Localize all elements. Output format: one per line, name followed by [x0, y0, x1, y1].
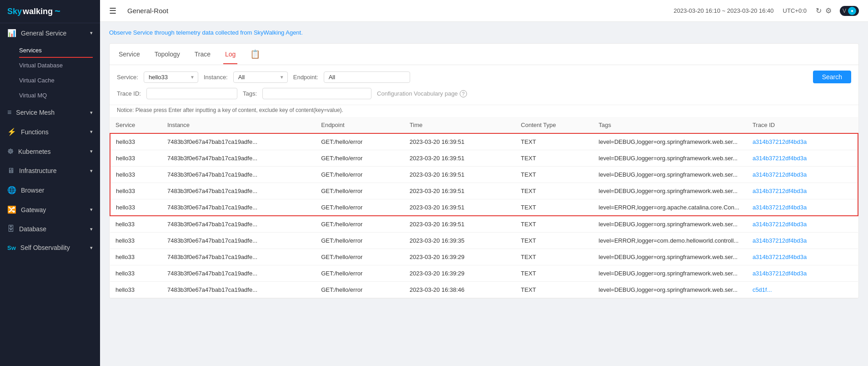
notice-text: Notice: Please press Enter after inputti… [110, 105, 858, 117]
chevron-right-icon: ▾ [90, 110, 93, 116]
cell-service: hello33 [110, 282, 162, 298]
trace-id-link[interactable]: a314b37212df4bd3a [753, 188, 807, 194]
sidebar-section-gateway: 🔀 Gateway ▾ [0, 200, 100, 219]
cell-content-type: TEXT [516, 216, 593, 233]
sidebar-group-label: Gateway [21, 206, 46, 214]
sidebar-section-infrastructure: 🖥 Infrastructure ▾ [0, 161, 100, 180]
sidebar-group-label: Browser [21, 187, 44, 194]
sidebar-group-label: Functions [21, 128, 49, 136]
cell-trace-id[interactable]: c5d1f... [747, 282, 858, 298]
instance-select[interactable]: All [233, 71, 288, 83]
cell-tags: level=DEBUG,logger=org.springframework.w… [593, 167, 747, 183]
tab-log[interactable]: Log [223, 45, 237, 64]
sidebar-group-kubernetes[interactable]: ☸ Kubernetes ▾ [0, 142, 100, 161]
sidebar-item-virtual-mq[interactable]: Virtual MQ [0, 88, 100, 103]
log-table-container: Service Instance Endpoint Time Content T… [110, 117, 858, 298]
page-title: General-Root [127, 7, 669, 15]
toggle-button[interactable]: V ● [840, 6, 859, 16]
cell-trace-id[interactable]: a314b37212df4bd3a [747, 249, 858, 265]
cell-trace-id[interactable]: a314b37212df4bd3a [747, 167, 858, 183]
sidebar-group-database[interactable]: 🗄 Database ▾ [0, 219, 100, 239]
trace-id-link[interactable]: a314b37212df4bd3a [753, 254, 807, 260]
chevron-right-icon: ▾ [90, 129, 93, 135]
cell-instance: 7483b3f0e67a47bab17ca19adfe... [162, 150, 316, 167]
trace-id-link[interactable]: a314b37212df4bd3a [753, 270, 807, 277]
cell-tags: level=ERROR,logger=com.demo.helloworld.c… [593, 233, 747, 249]
cell-endpoint: GET:/hello/error [316, 265, 404, 282]
cell-trace-id[interactable]: a314b37212df4bd3a [747, 216, 858, 233]
col-time: Time [404, 117, 516, 133]
trace-id-link[interactable]: a314b37212df4bd3a [753, 204, 807, 211]
cell-service: hello33 [110, 199, 162, 216]
cell-content-type: TEXT [516, 199, 593, 216]
cell-endpoint: GET:/hello/error [316, 133, 404, 150]
cell-service: hello33 [110, 249, 162, 265]
table-row: hello337483b3f0e67a47bab17ca19adfe...GET… [110, 133, 858, 150]
cell-time: 2023-03-20 16:39:51 [404, 167, 516, 183]
tabs: Service Topology Trace Log 📋 [110, 44, 858, 65]
infrastructure-icon: 🖥 [7, 167, 15, 175]
cell-endpoint: GET:/hello/error [316, 150, 404, 167]
cell-trace-id[interactable]: a314b37212df4bd3a [747, 233, 858, 249]
sidebar-group-gateway[interactable]: 🔀 Gateway ▾ [0, 200, 100, 219]
refresh-icon[interactable]: ↻ [816, 6, 822, 15]
tab-service[interactable]: Service [117, 45, 142, 64]
trace-id-link[interactable]: a314b37212df4bd3a [753, 171, 807, 178]
sidebar-logo: Skywalking ~ [0, 0, 100, 23]
trace-id-link[interactable]: c5d1f... [753, 286, 772, 293]
cell-instance: 7483b3f0e67a47bab17ca19adfe... [162, 216, 316, 233]
sidebar-group-service-mesh[interactable]: ≡ Service Mesh ▾ [0, 103, 100, 122]
cell-trace-id[interactable]: a314b37212df4bd3a [747, 183, 858, 199]
content-area: Observe Service through telemetry data c… [100, 22, 868, 366]
tab-topology[interactable]: Topology [153, 45, 182, 64]
service-select[interactable]: hello33 [144, 71, 198, 83]
menu-icon[interactable]: ☰ [109, 6, 116, 16]
topbar: ☰ General-Root 2023-03-20 16:10 ~ 2023-0… [100, 0, 868, 22]
sidebar-group-functions[interactable]: ⚡ Functions ▾ [0, 122, 100, 142]
settings-icon[interactable]: ⚙ [825, 6, 832, 15]
sidebar-section-database: 🗄 Database ▾ [0, 219, 100, 239]
search-button[interactable]: Search [813, 71, 851, 83]
trace-id-link[interactable]: a314b37212df4bd3a [753, 138, 807, 145]
cell-trace-id[interactable]: a314b37212df4bd3a [747, 150, 858, 167]
col-endpoint: Endpoint [316, 117, 404, 133]
cell-trace-id[interactable]: a314b37212df4bd3a [747, 133, 858, 150]
trace-id-input[interactable] [146, 88, 237, 99]
sidebar-group-label: Self Observability [20, 244, 70, 251]
tab-trace[interactable]: Trace [193, 45, 212, 64]
cell-time: 2023-03-20 16:39:51 [404, 199, 516, 216]
tags-input[interactable] [262, 88, 371, 99]
cell-trace-id[interactable]: a314b37212df4bd3a [747, 199, 858, 216]
cell-endpoint: GET:/hello/error [316, 199, 404, 216]
endpoint-input[interactable] [324, 71, 410, 83]
sidebar-section-browser: 🌐 Browser [0, 180, 100, 200]
trace-id-link[interactable]: a314b37212df4bd3a [753, 237, 807, 244]
cell-content-type: TEXT [516, 150, 593, 167]
sidebar-item-services[interactable]: Services [0, 43, 100, 58]
cell-service: hello33 [110, 183, 162, 199]
sidebar-group-browser[interactable]: 🌐 Browser [0, 180, 100, 200]
cell-endpoint: GET:/hello/error [316, 249, 404, 265]
sidebar-section-general-service: 📊 General Service ▾ Services Virtual Dat… [0, 23, 100, 103]
main-content: ☰ General-Root 2023-03-20 16:10 ~ 2023-0… [100, 0, 868, 366]
sidebar-group-infrastructure[interactable]: 🖥 Infrastructure ▾ [0, 161, 100, 180]
trace-id-link[interactable]: a314b37212df4bd3a [753, 155, 807, 162]
sidebar-group-general-service[interactable]: 📊 General Service ▾ [0, 23, 100, 43]
sidebar-item-virtual-cache[interactable]: Virtual Cache [0, 73, 100, 88]
table-row: hello337483b3f0e67a47bab17ca19adfe...GET… [110, 183, 858, 199]
sidebar-group-self-observability[interactable]: Sw Self Observability ▾ [0, 239, 100, 257]
chevron-right-icon: ▾ [90, 226, 93, 232]
main-panel: Service Topology Trace Log 📋 Service: he… [109, 43, 859, 299]
config-vocab-link[interactable]: Configuration Vocabulary page ? [377, 90, 467, 97]
cell-instance: 7483b3f0e67a47bab17ca19adfe... [162, 249, 316, 265]
tags-label: Tags: [243, 90, 257, 97]
sidebar: Skywalking ~ 📊 General Service ▾ Service… [0, 0, 100, 366]
cell-trace-id[interactable]: a314b37212df4bd3a [747, 265, 858, 282]
copy-icon[interactable]: 📋 [248, 44, 262, 65]
cell-service: hello33 [110, 167, 162, 183]
self-observability-icon: Sw [7, 244, 16, 251]
cell-time: 2023-03-20 16:39:51 [404, 216, 516, 233]
cell-endpoint: GET:/hello/error [316, 183, 404, 199]
sidebar-item-virtual-database[interactable]: Virtual Database [0, 58, 100, 73]
trace-id-link[interactable]: a314b37212df4bd3a [753, 221, 807, 228]
